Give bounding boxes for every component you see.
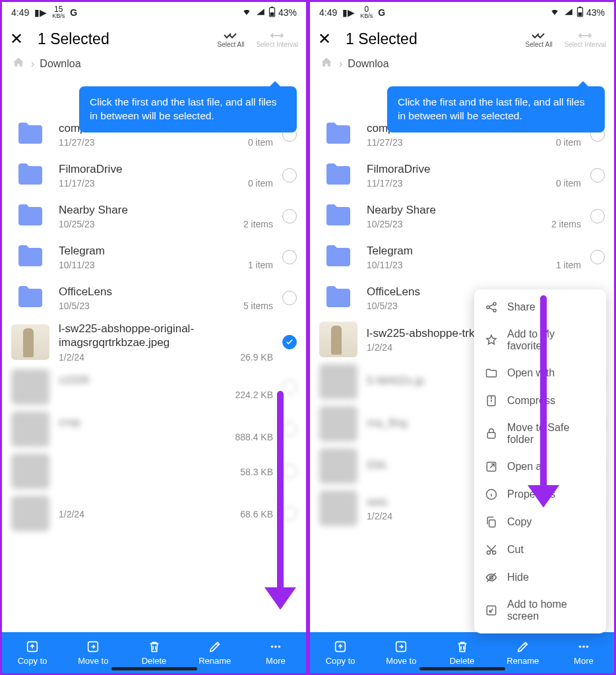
select-circle[interactable]	[282, 291, 297, 305]
close-button[interactable]: ✕	[318, 30, 339, 48]
menu-item-label: Add to My favorites	[507, 328, 596, 352]
file-name: crop	[59, 415, 273, 429]
select-all-button[interactable]: Select All	[217, 30, 244, 48]
svg-rect-1	[271, 7, 273, 8]
folder-icon	[11, 240, 49, 274]
svg-point-6	[274, 645, 277, 648]
home-icon[interactable]	[11, 56, 26, 72]
menu-item-star[interactable]: Add to My favorites	[474, 321, 606, 359]
select-circle[interactable]	[282, 422, 297, 436]
more-button[interactable]: More	[553, 632, 614, 673]
file-name: x1026	[59, 373, 273, 387]
file-row[interactable]: Nearby Share 10/25/232 items	[2, 196, 306, 237]
file-row[interactable]: 58.3 KB	[2, 450, 306, 492]
select-circle[interactable]	[282, 335, 297, 349]
file-row[interactable]: Nearby Share 10/25/232 items	[310, 196, 614, 237]
file-name: Telegram	[59, 244, 273, 258]
file-meta: 0 item	[248, 137, 273, 148]
file-date: 1/2/24	[59, 352, 84, 363]
select-interval-tooltip: Click the first and the last file, and a…	[387, 86, 605, 132]
select-circle[interactable]	[590, 168, 605, 183]
signal-icon	[255, 7, 266, 18]
file-meta: 1 item	[556, 260, 581, 270]
svg-point-7	[278, 645, 281, 648]
breadcrumb[interactable]: › Downloa	[2, 52, 306, 76]
svg-point-13	[579, 645, 582, 648]
file-thumbnail	[319, 406, 357, 442]
menu-item-copy[interactable]: Copy	[474, 508, 606, 536]
file-name: OfficeLens	[59, 285, 273, 299]
breadcrumb-folder[interactable]: Downloa	[348, 58, 388, 70]
menu-item-zip[interactable]: Compress	[474, 387, 606, 415]
file-row[interactable]: Telegram 10/11/231 item	[310, 237, 614, 278]
menu-item-folder[interactable]: Open with	[474, 359, 606, 387]
file-meta: 0 item	[556, 178, 581, 189]
menu-item-external[interactable]: Open as	[474, 453, 606, 481]
menu-item-share[interactable]: Share	[474, 293, 606, 321]
file-list[interactable]: composeCache 11/27/230 item FilmoraDrive…	[2, 114, 306, 632]
menu-item-home[interactable]: Add to home screen	[474, 591, 606, 630]
copy-to-button[interactable]: Copy to	[310, 632, 371, 673]
folder-icon	[319, 240, 357, 274]
menu-item-info[interactable]: Properties	[474, 481, 606, 508]
folder-icon	[319, 199, 357, 233]
file-row[interactable]: 1/2/2468.6 KB	[2, 492, 306, 535]
menu-item-label: Open as	[507, 461, 547, 473]
breadcrumb-folder[interactable]: Downloa	[40, 58, 80, 70]
file-meta: 26.9 KB	[240, 352, 273, 363]
file-thumbnail	[11, 369, 49, 405]
file-meta: 2 items	[243, 219, 273, 229]
file-name: Nearby Share	[367, 203, 581, 217]
file-meta: 888.4 KB	[235, 432, 273, 442]
file-date: 10/5/23	[367, 301, 398, 311]
file-date: 10/25/23	[59, 219, 95, 229]
select-circle[interactable]	[590, 250, 605, 264]
status-chip-icon: ▮▶	[34, 7, 47, 18]
selection-header: ✕ 1 Selected Select All Select Interval	[2, 23, 306, 52]
select-circle[interactable]	[282, 506, 297, 521]
selection-count: 1 Selected	[38, 30, 217, 48]
close-button[interactable]: ✕	[10, 30, 31, 48]
file-row[interactable]: FilmoraDrive 11/17/230 item	[310, 155, 614, 196]
wifi-icon	[241, 7, 253, 18]
menu-item-cut[interactable]: Cut	[474, 536, 606, 564]
file-date: 1/2/24	[367, 342, 392, 353]
select-circle[interactable]	[282, 209, 297, 223]
status-bar: 4:49 ▮▶ 0KB/s G 43%	[310, 2, 614, 23]
file-name: Nearby Share	[59, 203, 273, 217]
menu-item-lock[interactable]: Move to Safe folder	[474, 415, 606, 453]
file-date: 10/25/23	[367, 219, 403, 229]
select-interval-button[interactable]: Select Interval	[565, 30, 606, 48]
status-chip-icon: ▮▶	[342, 7, 355, 18]
file-row[interactable]: Telegram 10/11/231 item	[2, 237, 306, 278]
battery-pct: 43%	[586, 7, 605, 18]
select-circle[interactable]	[282, 464, 297, 479]
home-icon[interactable]	[319, 56, 334, 72]
select-all-button[interactable]: Select All	[525, 30, 552, 48]
file-row[interactable]: x1026 224.2 KB	[2, 366, 306, 408]
select-circle[interactable]	[590, 209, 605, 223]
file-row[interactable]: FilmoraDrive 11/17/230 item	[2, 155, 306, 196]
file-thumbnail	[11, 324, 49, 360]
svg-point-14	[582, 645, 585, 648]
folder-icon	[11, 199, 49, 233]
copy-to-button[interactable]: Copy to	[2, 632, 63, 673]
svg-rect-9	[579, 7, 581, 8]
file-row[interactable]: l-sw225-abshoppe-original-imagsrgqrtrkbz…	[2, 318, 306, 366]
file-row[interactable]: crop 888.4 KB	[2, 408, 306, 450]
menu-item-hide[interactable]: Hide	[474, 564, 606, 591]
select-circle[interactable]	[282, 380, 297, 394]
more-button[interactable]: More	[245, 632, 306, 673]
menu-item-label: Share	[507, 301, 536, 313]
file-row[interactable]: OfficeLens 10/5/235 items	[2, 278, 306, 318]
breadcrumb[interactable]: › Downloa	[310, 52, 614, 76]
select-circle[interactable]	[282, 168, 297, 183]
file-meta: 5 items	[243, 301, 273, 311]
svg-rect-20	[487, 432, 495, 438]
nav-pill	[111, 667, 197, 670]
select-interval-button[interactable]: Select Interval	[257, 30, 298, 48]
breadcrumb-sep: ›	[31, 58, 34, 70]
select-circle[interactable]	[282, 250, 297, 264]
battery-icon	[268, 7, 276, 19]
breadcrumb-sep: ›	[339, 58, 342, 70]
